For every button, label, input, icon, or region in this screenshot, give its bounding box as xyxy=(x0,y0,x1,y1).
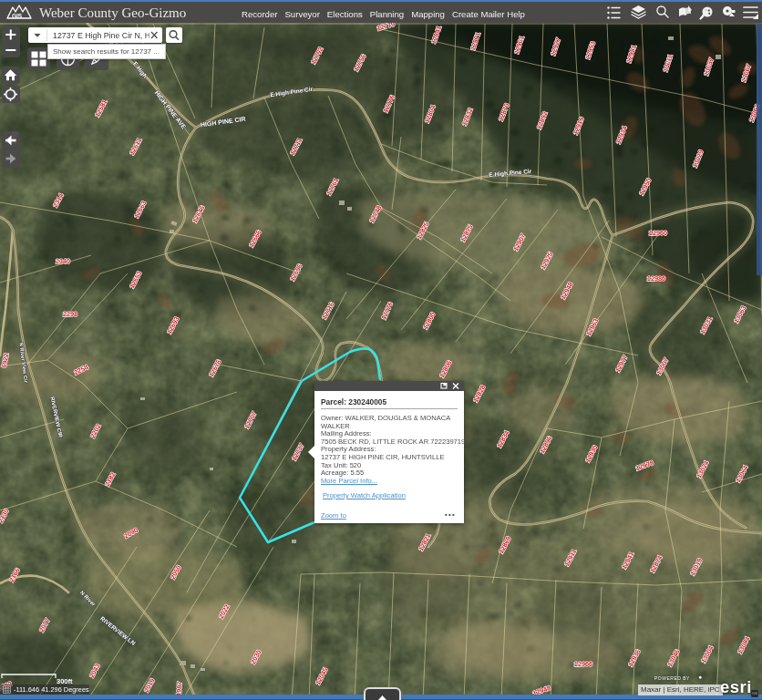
svg-text:GIS: GIS xyxy=(12,13,23,19)
svg-text:12986: 12986 xyxy=(647,274,665,283)
svg-text:12966: 12966 xyxy=(574,660,592,668)
svg-text:12960: 12960 xyxy=(649,229,667,237)
svg-text:2340: 2340 xyxy=(56,257,70,265)
svg-text:2298: 2298 xyxy=(63,310,77,318)
